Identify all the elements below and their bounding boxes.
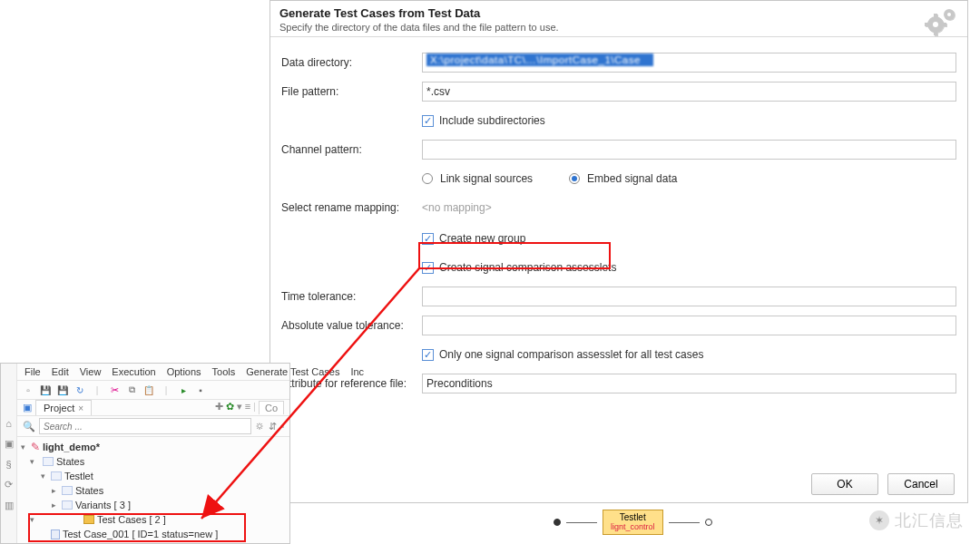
tree-states[interactable]: States <box>56 454 84 469</box>
wechat-icon: ✶ <box>869 510 889 530</box>
label-time-tolerance: Time tolerance: <box>281 290 422 303</box>
node-testlet[interactable]: Testlet lignt_control <box>603 510 663 535</box>
dialog-title: Generate Test Cases from Test Data <box>279 6 958 20</box>
tree-root[interactable]: light_demo* <box>43 440 100 454</box>
toolbar-icon[interactable]: ⇵ <box>269 421 277 432</box>
node-end <box>705 519 712 526</box>
only-one-assesslet-checkbox[interactable] <box>422 349 434 361</box>
rail-icon[interactable]: ▣ <box>5 438 14 450</box>
embed-signal-data-radio[interactable] <box>569 173 580 184</box>
include-subdirectories-checkbox[interactable] <box>422 115 434 127</box>
dialog-subtitle: Specify the directory of the data files … <box>279 22 958 33</box>
refresh-icon[interactable]: ↻ <box>73 383 87 397</box>
ide-menubar: File Edit View Execution Options Tools G… <box>17 364 289 381</box>
project-tree[interactable]: ▾✎light_demo* ▾States ▾Testlet ▸States ▸… <box>17 437 289 544</box>
label-abs-tolerance: Absolute value tolerance: <box>281 319 422 332</box>
rail-icon[interactable]: ▥ <box>5 500 14 511</box>
ok-button[interactable]: OK <box>811 473 878 495</box>
label-rename-mapping: Select rename mapping: <box>281 201 422 214</box>
other-tab[interactable]: Co <box>259 401 284 414</box>
create-signal-assesslets-label: Create signal comparison assesslets <box>439 261 616 274</box>
attr-ref-file-input[interactable] <box>422 374 956 393</box>
toolbar-icon[interactable]: ≡ <box>245 401 250 414</box>
menu-edit[interactable]: Edit <box>52 366 69 377</box>
copy-icon[interactable]: ⧉ <box>124 383 139 397</box>
project-icon: ✎ <box>31 440 40 454</box>
channel-pattern-input[interactable] <box>422 140 956 160</box>
dialog-body: Data directory: X:\project\data\TC\…\Imp… <box>270 37 967 409</box>
toolbar-icon[interactable]: ⛭ <box>255 421 265 432</box>
only-one-assesslet-label: Only one signal comparison assesslet for… <box>439 348 703 361</box>
menu-trunc[interactable]: Inc <box>350 366 364 377</box>
svg-rect-5 <box>942 23 946 26</box>
search-input[interactable] <box>39 418 251 434</box>
tree-tc1[interactable]: Test Case_001 [ ID=1 status=new ] <box>63 527 218 541</box>
menu-file[interactable]: File <box>24 366 41 377</box>
rail-icon[interactable]: ⟳ <box>5 479 13 491</box>
tree-testlet[interactable]: Testlet <box>64 469 93 483</box>
toolbar-icon[interactable]: ▫ <box>280 421 284 432</box>
menu-generate[interactable]: Generate Test Cases <box>246 366 339 377</box>
create-new-group-label: Create new group <box>439 232 525 245</box>
create-new-group-checkbox[interactable] <box>422 233 434 245</box>
time-tolerance-input[interactable] <box>422 287 956 306</box>
node-start <box>554 519 561 526</box>
stop-icon[interactable]: ▪ <box>193 383 208 397</box>
menu-execution[interactable]: Execution <box>112 366 155 377</box>
file-pattern-input[interactable] <box>422 82 956 102</box>
abs-tolerance-input[interactable] <box>422 316 956 335</box>
project-icon: ▣ <box>23 402 32 413</box>
rail-icon[interactable]: ⌂ <box>5 418 12 429</box>
menu-tools[interactable]: Tools <box>212 366 236 377</box>
close-icon[interactable]: × <box>78 403 83 413</box>
ide-search-row: 🔍 ⛭ ⇵ ▫ <box>17 416 289 437</box>
rename-mapping-value[interactable]: <no mapping> <box>422 201 492 214</box>
ide-toolbar: ▫ 💾 💾 ↻ | ✂ ⧉ 📋 | ▸ ▪ <box>17 381 289 400</box>
menu-options[interactable]: Options <box>167 366 201 377</box>
tree-variants[interactable]: Variants [ 3 ] <box>75 498 131 512</box>
toolbar-icon[interactable]: ✚ <box>215 401 223 414</box>
toolbar-icon[interactable]: ✿ <box>226 401 234 414</box>
svg-point-1 <box>933 22 938 27</box>
toolbar-icon[interactable]: ▾ <box>237 401 242 414</box>
project-tab[interactable]: Project× <box>35 400 92 415</box>
dialog-footer: OK Cancel <box>811 473 955 495</box>
node-graph: Testlet lignt_control <box>554 510 712 535</box>
cut-icon[interactable]: ✂ <box>107 383 122 397</box>
ide-tabs: ▣ Project× ✚ ✿ ▾ ≡ | Co <box>17 400 289 416</box>
tree-test-cases[interactable]: Test Cases [ 2 ] <box>97 512 166 527</box>
gear-icon[interactable] <box>924 6 958 41</box>
dialog-header: Generate Test Cases from Test Data Speci… <box>270 1 967 37</box>
paste-icon[interactable]: 📋 <box>142 383 156 397</box>
svg-rect-3 <box>934 31 937 35</box>
svg-point-7 <box>947 13 951 16</box>
menu-view[interactable]: View <box>80 366 102 377</box>
search-icon: 🔍 <box>23 421 35 432</box>
generate-test-cases-dialog: Generate Test Cases from Test Data Speci… <box>270 0 968 503</box>
svg-rect-4 <box>925 23 929 26</box>
new-icon[interactable]: ▫ <box>21 383 35 397</box>
tree-testlet-states[interactable]: States <box>75 483 103 498</box>
link-signal-sources-radio[interactable] <box>422 173 433 184</box>
label-channel-pattern: Channel pattern: <box>281 143 422 156</box>
ide-window: ⌂ ▣ § ⟳ ▥ File Edit View Execution Optio… <box>0 363 290 544</box>
include-subdirectories-label: Include subdirectories <box>439 114 545 127</box>
label-file-pattern: File pattern: <box>281 85 422 98</box>
label-data-directory: Data directory: <box>281 56 422 69</box>
label-attr-ref-file: Attribute for reference file: <box>281 377 422 390</box>
save-icon[interactable]: 💾 <box>38 383 53 397</box>
create-signal-assesslets-checkbox[interactable] <box>422 262 434 274</box>
watermark: ✶ 北汇信息 <box>869 510 964 531</box>
file-icon <box>51 529 60 539</box>
ide-side-rail: ⌂ ▣ § ⟳ ▥ <box>1 364 17 543</box>
rail-icon[interactable]: § <box>5 459 11 470</box>
run-icon[interactable]: ▸ <box>176 383 191 397</box>
save-all-icon[interactable]: 💾 <box>55 383 70 397</box>
svg-rect-2 <box>934 14 937 18</box>
data-directory-input[interactable]: X:\project\data\TC\…\ImportCase_1\Case <box>422 53 956 73</box>
cancel-button[interactable]: Cancel <box>887 473 955 495</box>
